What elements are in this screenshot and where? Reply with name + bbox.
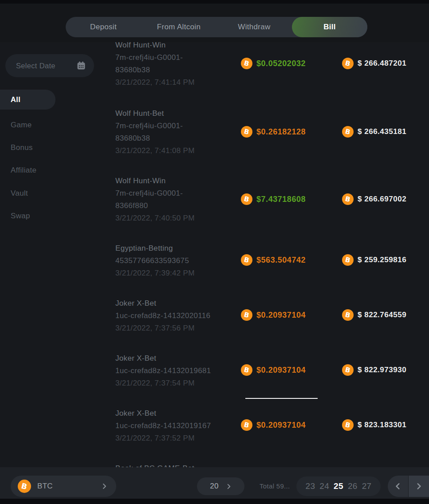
page-number[interactable]: 23 — [306, 481, 315, 491]
btc-icon — [342, 58, 354, 69]
transaction-amount: $0.20937104 — [256, 366, 306, 375]
transaction-amount: $0.26182128 — [256, 127, 306, 137]
currency-selector[interactable]: BTC — [11, 476, 116, 497]
transaction-id-line1: 1uc-crefad8z-14132019167 — [115, 420, 240, 432]
tab-deposit[interactable]: Deposit — [66, 17, 141, 37]
transaction-info: Joker X-Bet 1uc-crefad8z-14132019681 3/2… — [115, 352, 240, 390]
page-size-selector[interactable]: 20 — [197, 477, 244, 495]
transaction-balance-group: $ 823.183301 — [342, 419, 406, 431]
btc-icon — [241, 254, 252, 266]
transaction-timestamp: 3/21/2022, 7:41:14 PM — [115, 76, 240, 89]
transaction-title: Joker X-Bet — [115, 352, 240, 365]
next-page-button[interactable] — [409, 476, 429, 497]
transaction-balance-group: $ 266.697002 — [342, 193, 406, 205]
transaction-id-line1: 7m-crefj4iu-G0001- — [115, 51, 240, 64]
currency-label: BTC — [37, 482, 101, 491]
transaction-info: Joker X-Bet 1uc-crefad8z-14132020116 3/2… — [115, 297, 240, 335]
transaction-balance: $ 266.697002 — [358, 195, 406, 204]
transaction-balance: $ 822.973930 — [358, 366, 406, 374]
transaction-timestamp: 3/21/2022, 7:41:08 PM — [115, 145, 240, 157]
transaction-id-line1: 1uc-crefad8z-14132019681 — [115, 365, 240, 377]
sidebar-item-swap[interactable]: Swap — [0, 206, 55, 226]
transaction-info: Joker X-Bet 1uc-crefad8z-14132019167 3/2… — [115, 407, 240, 445]
transaction-amount-group: $563.504742 — [241, 254, 306, 266]
pagination-arrows — [388, 476, 429, 497]
sidebar-item-bonus[interactable]: Bonus — [0, 138, 55, 158]
transaction-amount-group: $0.20937104 — [241, 309, 306, 321]
transaction-id-line2: 83680b38 — [115, 132, 240, 145]
btc-icon — [241, 193, 252, 205]
transaction-info: Wolf Hunt-Win 7m-crefj4iu-G0001- 83680b3… — [115, 42, 240, 89]
transaction-title: Joker X-Bet — [115, 407, 240, 420]
transaction-title: Wolf Hunt-Win — [115, 175, 240, 187]
chevron-right-icon — [415, 483, 422, 490]
transaction-amount: $0.05202032 — [256, 59, 306, 68]
transaction-amount-group: $0.20937104 — [241, 419, 306, 431]
page-number[interactable]: 26 — [348, 481, 358, 491]
btc-icon — [241, 364, 252, 376]
transaction-amount: $563.504742 — [256, 256, 306, 265]
pagination: 23 24 25 26 27 — [296, 476, 381, 496]
sidebar-item-all[interactable]: All — [0, 90, 55, 110]
transaction-balance: $ 822.764559 — [358, 311, 406, 319]
tab-bill[interactable]: Bill — [292, 17, 367, 37]
transaction-amount: $0.20937104 — [256, 311, 306, 320]
transaction-info: Wolf Hunt-Bet 7m-crefj4iu-G0001- 83680b3… — [115, 107, 240, 157]
tab-bar: Deposit From Altcoin Withdraw Bill — [66, 17, 367, 37]
transaction-title: Joker X-Bet — [115, 297, 240, 310]
tab-from-altcoin[interactable]: From Altcoin — [141, 17, 216, 37]
transaction-id-line1: 7m-crefj4iu-G0001- — [115, 120, 240, 132]
btc-icon — [342, 364, 354, 376]
page-number[interactable]: 24 — [319, 481, 329, 491]
select-date-dropdown[interactable]: Select Date — [5, 54, 94, 77]
transaction-id-line1: 7m-crefj4iu-G0001- — [115, 187, 240, 200]
page-number[interactable]: 25 — [334, 481, 343, 491]
transaction-id-line2: 8366f880 — [115, 200, 240, 212]
transaction-id-line1: 1uc-crefad8z-14132020116 — [115, 310, 240, 322]
btc-icon — [241, 126, 252, 138]
btc-icon — [18, 480, 31, 493]
transaction-balance-group: $ 822.973930 — [342, 364, 406, 376]
prev-page-button[interactable] — [388, 476, 408, 497]
top-window-strip — [0, 0, 429, 4]
btc-icon — [241, 58, 252, 69]
transaction-balance: $ 823.183301 — [358, 421, 406, 429]
sidebar-item-affiliate[interactable]: Affiliate — [0, 160, 55, 180]
transaction-timestamp: 3/21/2022, 7:40:50 PM — [115, 212, 240, 224]
chevron-right-icon — [101, 483, 107, 489]
tab-withdraw[interactable]: Withdraw — [216, 17, 292, 37]
header: Deposit From Altcoin Withdraw Bill — [0, 4, 429, 42]
transaction-balance-group: $ 266.435181 — [342, 126, 406, 138]
transaction-amount-group: $7.43718608 — [241, 193, 306, 205]
bottom-window-strip — [0, 499, 429, 504]
transaction-info: Wolf Hunt-Win 7m-crefj4iu-G0001- 8366f88… — [115, 175, 240, 224]
transaction-info: Egyptian-Betting 45357766633593675 3/21/… — [115, 242, 240, 280]
filter-sidebar: Select Date All Game Bonus Affiliate Vau… — [0, 42, 100, 467]
transaction-amount-group: $0.26182128 — [241, 126, 306, 138]
btc-icon — [342, 126, 354, 138]
btc-icon — [342, 193, 354, 205]
transaction-amount-group: $0.20937104 — [241, 364, 306, 376]
btc-icon — [342, 309, 354, 321]
select-date-placeholder: Select Date — [16, 62, 76, 70]
transaction-balance-group: $ 822.764559 — [342, 309, 406, 321]
transaction-amount-group: $0.05202032 — [241, 58, 306, 69]
chevron-right-icon — [226, 484, 232, 489]
btc-icon — [241, 419, 252, 431]
transaction-id-line1: 45357766633593675 — [115, 255, 240, 267]
transaction-timestamp: 3/21/2022, 7:37:54 PM — [115, 377, 240, 390]
sidebar-item-game[interactable]: Game — [0, 115, 55, 135]
transaction-balance: $ 259.259816 — [358, 256, 406, 264]
transaction-balance-group: $ 266.487201 — [342, 58, 406, 69]
chevron-left-icon — [394, 483, 401, 490]
transaction-amount: $7.43718608 — [256, 195, 306, 204]
sidebar-item-vault[interactable]: Vault — [0, 183, 55, 203]
transaction-amount: $0.20937104 — [256, 421, 306, 430]
page-number[interactable]: 27 — [362, 481, 372, 491]
transaction-title: Egyptian-Betting — [115, 242, 240, 255]
transaction-timestamp: 3/21/2022, 7:39:42 PM — [115, 267, 240, 280]
transaction-balance: $ 266.487201 — [358, 59, 406, 68]
transaction-title: Wolf Hunt-Win — [115, 42, 240, 51]
btc-icon — [241, 309, 252, 321]
transaction-timestamp: 3/21/2022, 7:37:56 PM — [115, 322, 240, 335]
